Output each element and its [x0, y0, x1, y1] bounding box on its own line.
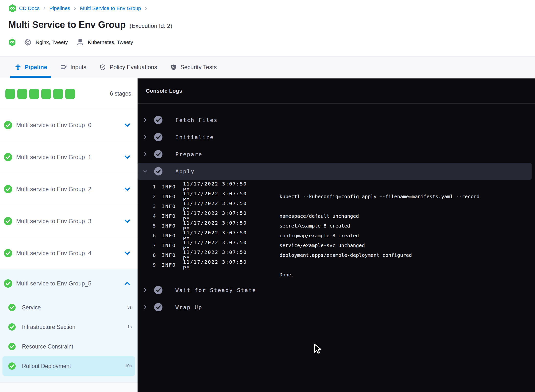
- tab-pipeline[interactable]: Pipeline: [14, 56, 48, 78]
- log-line-number: 5: [146, 223, 156, 229]
- console-step-row[interactable]: Apply: [138, 163, 532, 180]
- stage-label: Multi service to Env Group_5: [16, 280, 91, 287]
- success-check-icon: [154, 167, 162, 175]
- tab-label: Inputs: [70, 64, 86, 71]
- success-check-icon: [4, 121, 12, 129]
- log-level: INFO: [162, 184, 175, 190]
- success-check-icon: [154, 303, 162, 311]
- pipeline-meta-row: Nginx, Tweety Kubernetes, Tweety: [9, 37, 133, 48]
- log-line-number: 3: [146, 203, 156, 209]
- stage-row-expanded[interactable]: Multi service to Env Group_5: [0, 269, 138, 298]
- chevron-down-icon[interactable]: [124, 218, 131, 225]
- chevron-down-icon[interactable]: [143, 169, 148, 174]
- log-line-number: 1: [146, 184, 156, 190]
- console-step-row[interactable]: Prepare: [138, 146, 535, 163]
- tab-label: Pipeline: [25, 64, 47, 71]
- log-timestamp: 11/17/2022 3:07:50 PM: [183, 259, 257, 271]
- breadcrumb-separator-icon: [144, 6, 148, 10]
- services-gear-icon: [24, 38, 32, 46]
- step-label: Service: [22, 304, 41, 311]
- breadcrumb: CD DocsPipelinesMulti Service to Env Gro…: [9, 4, 148, 12]
- success-check-icon: [154, 116, 162, 124]
- log-line-number: 8: [146, 252, 156, 258]
- execution-id: (Execution Id: 2): [129, 22, 172, 29]
- stage-label: Multi service to Env Group_4: [16, 250, 91, 257]
- log-level: INFO: [162, 213, 175, 219]
- step-label: Rollout Deployment: [22, 363, 71, 370]
- services-label: Nginx, Tweety: [36, 39, 68, 45]
- breadcrumb-link[interactable]: CD Docs: [19, 5, 40, 11]
- title-row: Multi Service to Env Group (Execution Id…: [8, 20, 172, 30]
- console-step-row[interactable]: Initialize: [138, 129, 535, 146]
- stage-row[interactable]: Multi service to Env Group_3: [0, 205, 138, 237]
- step-row[interactable]: Infrastructure Section1s: [2, 317, 135, 337]
- log-line: 6INFO11/17/2022 3:07:50 PMconfigmap/exam…: [138, 231, 535, 240]
- expanded-stage-section: Multi service to Env Group_5 Service3sIn…: [0, 269, 138, 382]
- console-step-row[interactable]: Wait for Steady State: [138, 282, 535, 299]
- page: CD DocsPipelinesMulti Service to Env Gro…: [0, 0, 535, 392]
- chevron-up-icon[interactable]: [124, 280, 131, 287]
- tab-security-tests[interactable]: Security Tests: [169, 56, 218, 78]
- stage-row[interactable]: Multi service to Env Group_1: [0, 141, 138, 173]
- log-message: kubectl --kubeconfig=config apply --file…: [279, 194, 480, 199]
- log-line: 1INFO11/17/2022 3:07:50 PM: [138, 182, 535, 192]
- stage-progress-square: [65, 89, 75, 99]
- log-line-number: 4: [146, 213, 156, 219]
- success-check-icon: [4, 279, 12, 288]
- step-row[interactable]: Resource Constraint: [2, 337, 135, 356]
- breadcrumb-link[interactable]: Pipelines: [49, 5, 70, 11]
- step-duration: 3s: [127, 305, 132, 310]
- log-line: 7INFO11/17/2022 3:07:50 PMservice/exampl…: [138, 240, 535, 250]
- stage-label: Multi service to Env Group_1: [16, 154, 91, 161]
- log-message: service/example-svc unchanged: [279, 242, 365, 248]
- tab-policy-evaluations[interactable]: Policy Evaluations: [98, 56, 158, 78]
- chevron-right-icon[interactable]: [143, 288, 148, 293]
- breadcrumb-link[interactable]: Multi Service to Env Group: [80, 5, 141, 11]
- step-duration: 1s: [127, 325, 132, 329]
- success-check-icon: [4, 153, 12, 161]
- log-line-number: 6: [146, 233, 156, 239]
- tab-label: Security Tests: [180, 64, 217, 71]
- success-check-icon: [8, 323, 16, 331]
- chevron-down-icon[interactable]: [124, 154, 131, 161]
- console-log-block: 1INFO11/17/2022 3:07:50 PM2INFO11/17/202…: [138, 180, 535, 282]
- log-line-number: 7: [146, 242, 156, 248]
- tab-inputs[interactable]: Inputs: [59, 56, 87, 78]
- step-row[interactable]: Rollout Deployment10s: [2, 356, 135, 376]
- app-header: CD DocsPipelinesMulti Service to Env Gro…: [0, 0, 535, 56]
- stage-row[interactable]: Multi service to Env Group_2: [0, 173, 138, 205]
- chevron-right-icon[interactable]: [143, 135, 148, 140]
- chevron-down-icon[interactable]: [124, 122, 131, 129]
- console-step-label: Wait for Steady State: [175, 287, 256, 293]
- stage-progress-squares: [5, 89, 75, 99]
- chevron-down-icon[interactable]: [124, 250, 131, 257]
- step-label: Infrastructure Section: [22, 324, 75, 330]
- chevron-down-icon[interactable]: [124, 186, 131, 193]
- log-line: 8INFO11/17/2022 3:07:50 PMdeployment.app…: [138, 250, 535, 260]
- stage-progress-square: [53, 89, 63, 99]
- chevron-right-icon[interactable]: [143, 118, 148, 122]
- console-step-row[interactable]: Fetch Files: [138, 111, 535, 129]
- console-header: Console Logs: [138, 78, 535, 104]
- inputs-icon: [60, 64, 67, 71]
- harness-cd-icon: [9, 4, 16, 12]
- log-line: 9INFO11/17/2022 3:07:50 PM: [138, 260, 535, 270]
- chevron-right-icon[interactable]: [143, 305, 148, 310]
- log-message: Done.: [279, 272, 294, 278]
- harness-cd-icon: [9, 39, 16, 46]
- console-step-label: Apply: [175, 168, 195, 174]
- stage-row[interactable]: Multi service to Env Group_4: [0, 237, 138, 269]
- tab-label: Policy Evaluations: [109, 64, 157, 71]
- console-step-label: Prepare: [175, 151, 202, 157]
- log-line: 5INFO11/17/2022 3:07:50 PMsecret/example…: [138, 221, 535, 231]
- breadcrumb-separator-icon: [43, 6, 46, 10]
- step-row[interactable]: Service3s: [2, 298, 135, 317]
- chevron-right-icon[interactable]: [143, 152, 148, 157]
- step-duration: 10s: [125, 364, 132, 369]
- stage-progress-square: [17, 89, 27, 99]
- stage-label: Multi service to Env Group_2: [16, 186, 91, 193]
- stage-row[interactable]: Multi service to Env Group_0: [0, 109, 138, 141]
- console-step-row[interactable]: Wrap Up: [138, 299, 535, 316]
- console-step-label: Initialize: [175, 134, 214, 140]
- stages-panel: 6 stages Multi service to Env Group_0Mul…: [0, 78, 138, 392]
